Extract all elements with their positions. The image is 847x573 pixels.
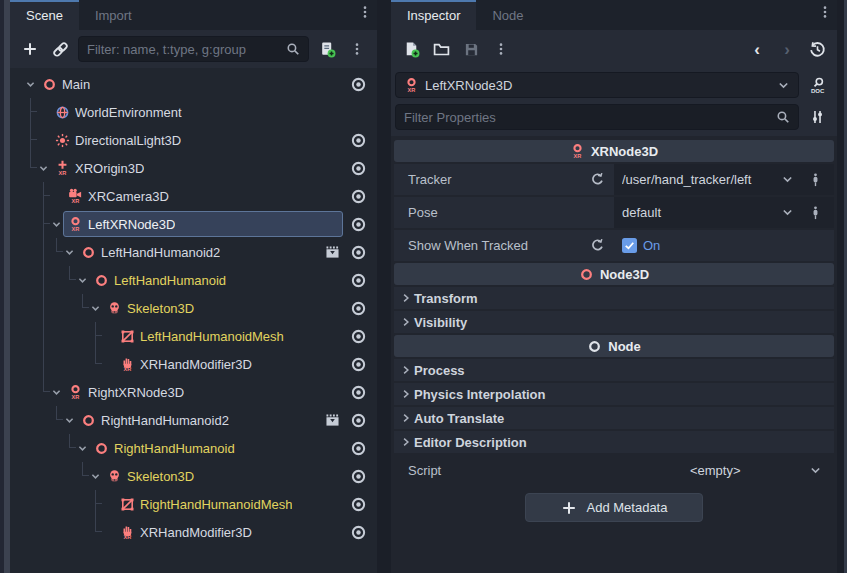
- save-resource-button[interactable]: [459, 37, 483, 61]
- tree-node-box[interactable]: Skeleton3D: [102, 295, 343, 321]
- value-dropdown-button[interactable]: [776, 202, 798, 224]
- inspector-options-button[interactable]: [805, 105, 829, 129]
- edit-history-button[interactable]: [805, 37, 829, 61]
- tree-node-box[interactable]: LeftHandHumanoid2: [76, 239, 317, 265]
- visibility-toggle[interactable]: [347, 325, 369, 347]
- visibility-toggle[interactable]: [347, 269, 369, 291]
- script-dropdown-button[interactable]: [804, 459, 826, 481]
- tree-node-box[interactable]: RightHandHumanoidMesh: [115, 491, 343, 517]
- history-forward-button[interactable]: ›: [775, 37, 799, 61]
- tree-collapse-caret[interactable]: [37, 154, 50, 182]
- dock-separator[interactable]: [377, 0, 391, 573]
- tree-node-main[interactable]: Main: [24, 70, 369, 98]
- open-instanced-scene-button[interactable]: [321, 241, 343, 263]
- scene-tree-menu-button[interactable]: [345, 37, 369, 61]
- tree-collapse-caret[interactable]: [24, 70, 37, 98]
- tree-node-box[interactable]: LeftHandHumanoidMesh: [115, 323, 343, 349]
- tree-node-worldenvironment[interactable]: WorldEnvironment: [24, 98, 369, 126]
- tree-node-skeleton3d[interactable]: Skeleton3D: [24, 294, 369, 322]
- tree-node-box[interactable]: XRXROrigin3D: [50, 155, 343, 181]
- tree-node-box[interactable]: Skeleton3D: [102, 463, 343, 489]
- tree-node-box[interactable]: RightHandHumanoid2: [76, 407, 317, 433]
- tree-node-rightxrnode3d[interactable]: XRRightXRNode3D: [24, 378, 369, 406]
- add-node-button[interactable]: [18, 37, 42, 61]
- open-instanced-scene-button[interactable]: [321, 409, 343, 431]
- visibility-toggle[interactable]: [347, 73, 369, 95]
- tree-node-xrcamera3d[interactable]: XRXRCamera3D: [24, 182, 369, 210]
- visibility-toggle[interactable]: [347, 409, 369, 431]
- instance-scene-button[interactable]: [48, 37, 72, 61]
- scene-tab-menu-button[interactable]: [353, 0, 377, 24]
- new-resource-button[interactable]: [399, 37, 423, 61]
- tree-node-xrorigin3d[interactable]: XRXROrigin3D: [24, 154, 369, 182]
- tree-collapse-caret[interactable]: [63, 406, 76, 434]
- tree-node-lefthandhumanoid2[interactable]: LeftHandHumanoid2: [24, 238, 369, 266]
- scene-filter-input[interactable]: Filter: name, t:type, g:group: [78, 36, 309, 62]
- tree-node-directionallight3d[interactable]: DirectionalLight3D: [24, 126, 369, 154]
- inspector-group-transform[interactable]: Transform: [394, 287, 834, 309]
- value-dropdown-button[interactable]: [776, 169, 798, 191]
- open-docs-button[interactable]: DOC: [805, 73, 829, 97]
- tree-node-box[interactable]: XRXRHandModifier3D: [115, 519, 343, 545]
- visibility-toggle[interactable]: [347, 353, 369, 375]
- inspector-group-visibility[interactable]: Visibility: [394, 311, 834, 333]
- tree-node-xrhandmodifier3d[interactable]: XRXRHandModifier3D: [24, 350, 369, 378]
- tree-node-box[interactable]: XRRightXRNode3D: [63, 379, 343, 405]
- property-value[interactable]: /user/hand_tracker/left: [622, 172, 770, 187]
- attach-script-button[interactable]: [315, 37, 339, 61]
- inspector-section-header-xrnode3d[interactable]: XRXRNode3D: [394, 140, 834, 162]
- visibility-toggle[interactable]: [347, 437, 369, 459]
- visibility-toggle[interactable]: [347, 241, 369, 263]
- resource-extra-menu-button[interactable]: [489, 37, 513, 61]
- script-value[interactable]: <empty>: [690, 463, 741, 478]
- visibility-toggle[interactable]: [347, 297, 369, 319]
- tab-import[interactable]: Import: [79, 0, 148, 30]
- tree-node-righthandhumanoid[interactable]: RightHandHumanoid: [24, 434, 369, 462]
- revert-value-button[interactable]: [586, 235, 608, 257]
- inspector-group-auto-translate[interactable]: Auto Translate: [394, 407, 834, 429]
- tab-node[interactable]: Node: [476, 0, 539, 30]
- tree-collapse-caret[interactable]: [89, 462, 102, 490]
- tab-scene[interactable]: Scene: [10, 0, 79, 30]
- tree-collapse-caret[interactable]: [76, 434, 89, 462]
- tab-inspector[interactable]: Inspector: [391, 0, 476, 30]
- add-metadata-button[interactable]: Add Metadata: [525, 493, 703, 522]
- inspector-section-header-node[interactable]: Node: [394, 335, 834, 357]
- checkbox-checked[interactable]: [622, 238, 637, 253]
- tree-node-box[interactable]: XRXRCamera3D: [63, 183, 343, 209]
- tree-collapse-caret[interactable]: [63, 238, 76, 266]
- visibility-toggle[interactable]: [347, 157, 369, 179]
- revert-value-button[interactable]: [586, 169, 608, 191]
- visibility-toggle[interactable]: [347, 185, 369, 207]
- visibility-toggle[interactable]: [347, 381, 369, 403]
- history-back-button[interactable]: ‹: [745, 37, 769, 61]
- visibility-toggle[interactable]: [347, 493, 369, 515]
- visibility-toggle[interactable]: [347, 213, 369, 235]
- load-resource-button[interactable]: [429, 37, 453, 61]
- visibility-toggle[interactable]: [347, 129, 369, 151]
- tree-node-leftxrnode3d[interactable]: XRLeftXRNode3D: [24, 210, 369, 238]
- pin-value-button[interactable]: [804, 169, 826, 191]
- tree-node-box[interactable]: LeftHandHumanoid: [89, 267, 343, 293]
- filter-properties-input[interactable]: Filter Properties: [395, 104, 799, 130]
- inspector-group-editor-description[interactable]: Editor Description: [394, 431, 834, 453]
- object-selector[interactable]: XR LeftXRNode3D: [395, 72, 799, 98]
- property-value[interactable]: default: [622, 205, 770, 220]
- inspector-section-header-node3d[interactable]: Node3D: [394, 263, 834, 285]
- tree-collapse-caret[interactable]: [76, 266, 89, 294]
- tree-node-xrhandmodifier3d[interactable]: XRXRHandModifier3D: [24, 518, 369, 546]
- inspector-tab-menu-button[interactable]: [813, 0, 837, 24]
- visibility-toggle[interactable]: [347, 465, 369, 487]
- tree-node-selected-box[interactable]: XRLeftXRNode3D: [63, 211, 343, 237]
- tree-collapse-caret[interactable]: [50, 378, 63, 406]
- tree-collapse-caret[interactable]: [50, 210, 63, 238]
- pin-value-button[interactable]: [804, 202, 826, 224]
- tree-node-box[interactable]: Main: [37, 71, 343, 97]
- tree-node-box[interactable]: DirectionalLight3D: [50, 127, 343, 153]
- tree-collapse-caret[interactable]: [89, 294, 102, 322]
- inspector-group-physics-interpolation[interactable]: Physics Interpolation: [394, 383, 834, 405]
- tree-node-box[interactable]: XRXRHandModifier3D: [115, 351, 343, 377]
- tree-node-lefthandhumanoidmesh[interactable]: LeftHandHumanoidMesh: [24, 322, 369, 350]
- tree-node-box[interactable]: RightHandHumanoid: [89, 435, 343, 461]
- inspector-group-process[interactable]: Process: [394, 359, 834, 381]
